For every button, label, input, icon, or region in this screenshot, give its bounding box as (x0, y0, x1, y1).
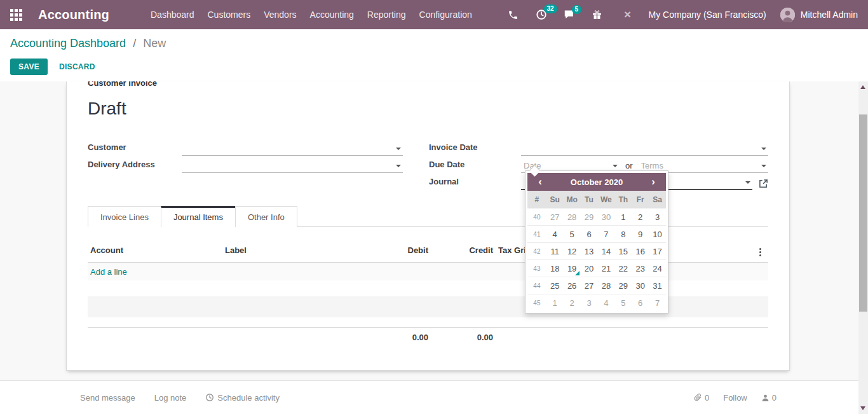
calendar-day[interactable]: 10 (649, 226, 666, 243)
week-number: 45 (527, 300, 546, 307)
calendar-day[interactable]: 29 (614, 277, 632, 294)
calendar-week-row: 451234567 (527, 294, 666, 311)
breadcrumb-current: New (143, 37, 166, 50)
schedule-activity-button[interactable]: Schedule activity (205, 393, 280, 403)
nav-item-vendors[interactable]: Vendors (257, 0, 302, 29)
weekday-label: Mo (564, 195, 581, 204)
calendar-day[interactable]: 3 (649, 209, 666, 226)
datepicker-popup: ‹ October 2020 › #SuMoTuWeThFrSa 4027282… (525, 170, 668, 314)
calendar-day[interactable]: 21 (597, 260, 614, 277)
datepicker-weekday-row: #SuMoTuWeThFrSa (527, 191, 666, 208)
calendar-day[interactable]: 1 (546, 294, 564, 312)
calendar-day[interactable]: 22 (614, 260, 632, 277)
avatar[interactable] (780, 8, 795, 22)
datepicker-header: ‹ October 2020 › (527, 173, 666, 191)
external-link-icon[interactable] (759, 179, 768, 188)
calendar-day[interactable]: 9 (632, 226, 649, 243)
calendar-day[interactable]: 5 (614, 294, 632, 312)
calendar-day[interactable]: 4 (546, 226, 564, 243)
calendar-day[interactable]: 30 (632, 277, 649, 294)
send-message-button[interactable]: Send message (80, 393, 135, 403)
calendar-day[interactable]: 30 (597, 209, 614, 226)
calendar-day[interactable]: 24 (649, 260, 666, 277)
tab-journal-items[interactable]: Journal Items (161, 206, 236, 227)
calendar-day[interactable]: 23 (632, 260, 649, 277)
follow-button[interactable]: Follow (723, 393, 747, 403)
log-note-button[interactable]: Log note (154, 393, 187, 403)
calendar-day[interactable]: 12 (564, 243, 581, 260)
calendar-day[interactable]: 11 (546, 243, 564, 260)
calendar-day[interactable]: 18 (546, 260, 564, 277)
invoice-form-sheet: Customer Invoice Draft Customer Delivery… (66, 81, 790, 371)
scroll-up-icon[interactable] (860, 85, 865, 89)
document-state: Draft (88, 99, 768, 119)
calendar-week-row: 4027282930123 (527, 208, 666, 225)
breadcrumb-parent-link[interactable]: Accounting Dashboard (10, 37, 126, 50)
calendar-day[interactable]: 31 (649, 277, 666, 294)
app-title[interactable]: Accounting (38, 8, 109, 22)
chevron-down-icon (396, 165, 401, 167)
apps-menu-icon[interactable] (10, 9, 22, 21)
calendar-day[interactable]: 26 (564, 277, 581, 294)
scroll-down-icon[interactable] (860, 406, 865, 410)
calendar-day[interactable]: 6 (581, 226, 598, 243)
calendar-day[interactable]: 2 (632, 209, 649, 226)
nav-item-configuration[interactable]: Configuration (413, 0, 478, 29)
nav-item-reporting[interactable]: Reporting (361, 0, 412, 29)
nav-item-customers[interactable]: Customers (201, 0, 257, 29)
nav-item-accounting[interactable]: Accounting (304, 0, 360, 29)
document-type-label: Customer Invoice (88, 81, 768, 88)
calendar-day[interactable]: 7 (649, 294, 666, 312)
calendar-day[interactable]: 13 (581, 243, 598, 260)
company-switcher[interactable]: My Company (San Francisco) (649, 10, 766, 20)
invoice-date-label: Invoice Date (429, 142, 521, 156)
calendar-day[interactable]: 27 (546, 209, 564, 226)
tab-invoice-lines[interactable]: Invoice Lines (88, 206, 161, 227)
calendar-day[interactable]: 7 (597, 226, 614, 243)
calendar-day[interactable]: 8 (614, 226, 632, 243)
calendar-day[interactable]: 29 (581, 209, 598, 226)
calendar-day[interactable]: 4 (597, 294, 614, 312)
save-button[interactable]: SAVE (10, 59, 48, 75)
calendar-day[interactable]: 2 (564, 294, 581, 312)
calendar-day[interactable]: 20 (581, 260, 598, 277)
calendar-day[interactable]: 3 (581, 294, 598, 312)
calendar-day[interactable]: 28 (564, 209, 581, 226)
chevron-down-icon (745, 181, 750, 184)
scrollbar-thumb[interactable] (859, 114, 867, 312)
nav-item-dashboard[interactable]: Dashboard (144, 0, 201, 29)
calendar-day[interactable]: 25 (546, 277, 564, 294)
calendar-day[interactable]: 17 (649, 243, 666, 260)
calendar-day[interactable]: 5 (564, 226, 581, 243)
gift-icon[interactable] (592, 10, 608, 20)
discard-button[interactable]: DISCARD (59, 62, 95, 71)
activities-icon[interactable]: 32 (536, 9, 552, 20)
calendar-week-row: 4145678910 (527, 225, 666, 242)
calendar-day[interactable]: 28 (597, 277, 614, 294)
calendar-day[interactable]: 15 (614, 243, 632, 260)
calendar-day[interactable]: 1 (614, 209, 632, 226)
followers-button[interactable]: 0 (761, 393, 776, 403)
tab-other-info[interactable]: Other Info (235, 206, 297, 227)
next-month-icon[interactable]: › (641, 173, 666, 191)
user-menu[interactable]: Mitchell Admin (801, 10, 858, 20)
tools-icon[interactable]: × (620, 8, 636, 21)
datepicker-month-title[interactable]: October 2020 (553, 177, 641, 187)
messages-icon[interactable]: 5 (564, 10, 580, 20)
calendar-day[interactable]: 27 (581, 277, 598, 294)
prev-month-icon[interactable]: ‹ (527, 173, 553, 191)
calendar-day[interactable]: 14 (597, 243, 614, 260)
optional-columns-icon[interactable] (757, 247, 764, 258)
week-number: 40 (527, 214, 546, 221)
phone-icon[interactable] (508, 10, 524, 20)
calendar-day[interactable]: 16 (632, 243, 649, 260)
weekday-label: Th (614, 195, 632, 204)
calendar-day-today[interactable]: 19 (564, 260, 581, 277)
invoice-date-field[interactable] (521, 142, 768, 156)
calendar-day[interactable]: 6 (632, 294, 649, 312)
add-a-line-link[interactable]: Add a line (90, 267, 127, 277)
attachments-button[interactable]: 0 (694, 393, 709, 403)
delivery-address-field[interactable] (182, 160, 403, 173)
terms-placeholder: Terms (641, 161, 663, 170)
customer-field[interactable] (182, 142, 403, 156)
